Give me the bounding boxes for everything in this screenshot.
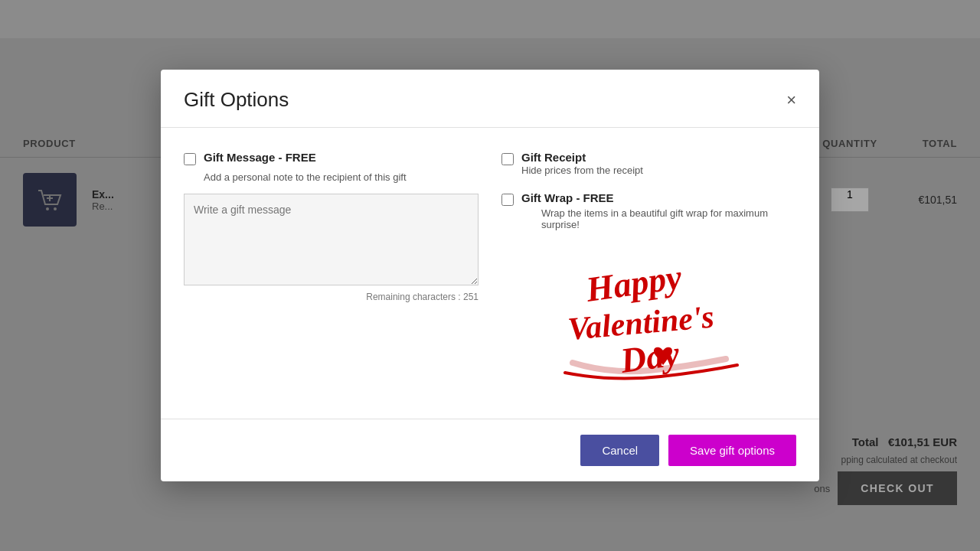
gift-receipt-info: Gift Receipt Hide prices from the receip… [521, 151, 643, 176]
modal-footer: Cancel Save gift options [161, 419, 819, 481]
gift-wrap-option: Gift Wrap - FREE Wrap the items in a bea… [501, 191, 796, 230]
svg-text:Happy: Happy [583, 257, 684, 309]
save-gift-options-button[interactable]: Save gift options [668, 435, 796, 466]
gift-message-checkbox[interactable] [184, 153, 196, 165]
gift-message-desc: Add a personal note to the recipient of … [204, 171, 479, 183]
modal-overlay: Gift Options × Gift Message - FREE Add a… [0, 0, 980, 551]
gift-message-textarea[interactable] [184, 194, 479, 285]
gift-options-modal: Gift Options × Gift Message - FREE Add a… [161, 70, 819, 481]
gift-message-label: Gift Message - FREE [204, 151, 316, 164]
gift-wrap-info: Gift Wrap - FREE Wrap the items in a bea… [521, 191, 796, 230]
gift-wrap-checkbox[interactable] [501, 194, 514, 206]
cancel-button[interactable]: Cancel [580, 435, 659, 466]
char-remaining: Remaining characters : 251 [184, 292, 479, 302]
modal-body: Gift Message - FREE Add a personal note … [161, 128, 819, 419]
modal-close-button[interactable]: × [786, 92, 796, 109]
gift-receipt-checkbox[interactable] [501, 153, 514, 165]
svg-text:Day: Day [617, 334, 682, 380]
right-options: Gift Receipt Hide prices from the receip… [501, 151, 796, 230]
gift-receipt-desc: Hide prices from the receipt [521, 165, 643, 176]
valentine-graphic: Happy Valentine's Day [501, 230, 796, 396]
left-panel: Gift Message - FREE Add a personal note … [184, 151, 479, 396]
modal-header: Gift Options × [161, 70, 819, 128]
right-panel: Gift Receipt Hide prices from the receip… [501, 151, 796, 396]
gift-receipt-label: Gift Receipt [521, 151, 586, 164]
gift-message-option-row: Gift Message - FREE [184, 151, 479, 165]
gift-wrap-desc: Wrap the items in a beautiful gift wrap … [541, 207, 796, 230]
gift-wrap-label: Gift Wrap - FREE [521, 191, 614, 204]
modal-title: Gift Options [184, 88, 289, 112]
gift-receipt-option: Gift Receipt Hide prices from the receip… [501, 151, 796, 176]
